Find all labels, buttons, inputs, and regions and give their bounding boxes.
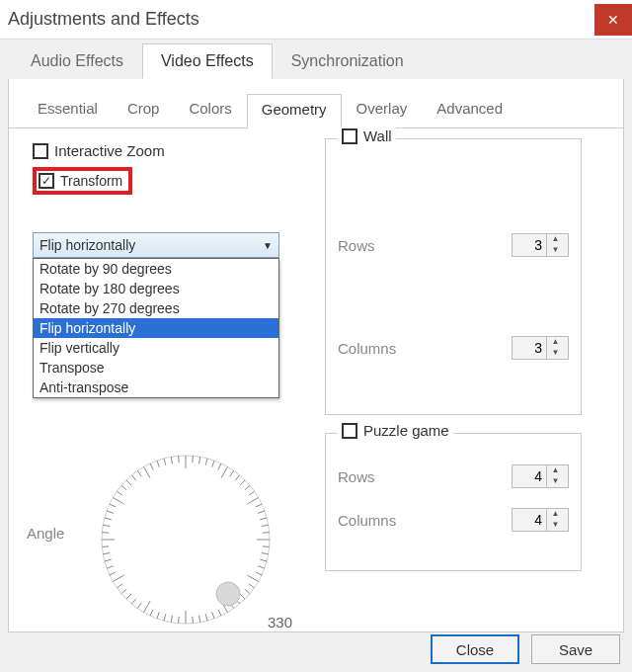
subtab-advanced[interactable]: Advanced	[422, 93, 517, 127]
svg-line-42	[150, 610, 153, 616]
svg-line-17	[262, 525, 269, 526]
tab-synchronization[interactable]: Synchronization	[273, 43, 423, 79]
svg-line-2	[193, 456, 194, 462]
up-arrow-icon[interactable]: ▲	[547, 337, 564, 348]
transform-option-rotate90[interactable]: Rotate by 90 degrees	[34, 259, 278, 279]
transform-option-fliph[interactable]: Flip horizontally	[34, 318, 278, 338]
svg-line-43	[144, 601, 151, 612]
svg-line-51	[107, 566, 114, 568]
wall-group: Wall Rows ▲▼ Columns ▲▼	[325, 138, 582, 415]
window-close-button[interactable]: ✕	[594, 4, 632, 36]
svg-line-10	[240, 480, 245, 485]
close-button[interactable]: Close	[431, 634, 519, 664]
wall-rows-label: Rows	[338, 237, 375, 254]
puzzle-cols-label: Columns	[338, 512, 396, 529]
wall-cols-spinner[interactable]: ▲▼	[512, 336, 569, 360]
svg-line-7	[221, 466, 228, 477]
down-arrow-icon[interactable]: ▼	[547, 520, 564, 531]
svg-line-47	[121, 589, 126, 593]
down-arrow-icon[interactable]: ▼	[547, 476, 564, 487]
transform-option-antitranspose[interactable]: Anti-transpose	[34, 378, 278, 397]
interactive-zoom-label: Interactive Zoom	[54, 142, 165, 159]
down-arrow-icon[interactable]: ▼	[547, 348, 564, 359]
svg-line-40	[164, 614, 166, 621]
wall-label: Wall	[363, 127, 392, 144]
svg-line-3	[199, 457, 200, 463]
svg-line-66	[137, 470, 141, 476]
transform-dropdown-list: Rotate by 90 degrees Rotate by 180 degre…	[33, 258, 279, 398]
svg-line-54	[102, 546, 109, 547]
svg-line-32	[218, 610, 221, 616]
wall-rows-input[interactable]	[513, 236, 546, 254]
up-arrow-icon[interactable]: ▲	[547, 465, 564, 476]
wall-rows-spinner[interactable]: ▲▼	[512, 233, 569, 257]
subtab-colors[interactable]: Colors	[174, 93, 246, 127]
transform-dropdown-button[interactable]: Flip horizontally ▼	[33, 232, 279, 258]
puzzle-group: Puzzle game Rows ▲▼ Columns ▲▼	[325, 433, 582, 571]
subtab-crop[interactable]: Crop	[113, 93, 175, 127]
svg-line-27	[245, 589, 250, 593]
angle-dial-handle[interactable]	[216, 582, 240, 606]
angle-label: Angle	[27, 525, 64, 542]
transform-checkbox[interactable]: ✓	[39, 173, 54, 189]
right-column: Wall Rows ▲▼ Columns ▲▼	[325, 138, 582, 589]
svg-line-52	[105, 559, 112, 561]
svg-line-25	[247, 575, 258, 582]
wall-cols-label: Columns	[338, 340, 396, 357]
svg-line-24	[256, 572, 262, 575]
down-arrow-icon[interactable]: ▼	[547, 245, 564, 256]
puzzle-label: Puzzle game	[363, 422, 449, 439]
svg-line-59	[107, 511, 114, 513]
svg-line-9	[235, 475, 239, 480]
angle-dial-area: Angle 330	[33, 436, 309, 653]
titlebar: Adjustments and Effects ✕	[0, 0, 632, 40]
svg-line-22	[260, 559, 267, 561]
wall-title-row: Wall	[338, 127, 396, 144]
save-button[interactable]: Save	[531, 634, 620, 664]
svg-line-33	[212, 612, 214, 619]
svg-line-20	[263, 546, 270, 547]
svg-line-48	[117, 584, 122, 588]
interactive-zoom-checkbox[interactable]	[33, 143, 48, 159]
svg-line-58	[105, 518, 112, 520]
svg-line-36	[193, 617, 194, 624]
svg-line-45	[131, 599, 135, 604]
transform-dropdown: Flip horizontally ▼ Rotate by 90 degrees…	[33, 232, 309, 258]
svg-line-50	[110, 572, 116, 575]
wall-rows-row: Rows ▲▼	[338, 233, 569, 257]
wall-checkbox[interactable]	[342, 128, 357, 144]
transform-option-rotate180[interactable]: Rotate by 180 degrees	[34, 279, 278, 298]
svg-line-23	[258, 566, 265, 568]
puzzle-rows-input[interactable]	[513, 467, 546, 485]
wall-cols-input[interactable]	[513, 339, 546, 357]
svg-line-5	[212, 461, 214, 467]
svg-line-8	[230, 470, 234, 476]
tab-video-effects[interactable]: Video Effects	[142, 43, 273, 79]
transform-option-rotate270[interactable]: Rotate by 270 degrees	[34, 298, 278, 318]
puzzle-checkbox[interactable]	[342, 423, 357, 439]
subtab-overlay[interactable]: Overlay	[342, 93, 423, 127]
up-arrow-icon[interactable]: ▲	[547, 509, 564, 520]
main-tabstrip: Audio Effects Video Effects Synchronizat…	[0, 40, 632, 79]
up-arrow-icon[interactable]: ▲	[547, 234, 564, 245]
svg-line-28	[240, 594, 245, 599]
tab-audio-effects[interactable]: Audio Effects	[12, 43, 142, 79]
svg-line-64	[126, 480, 131, 485]
subtab-geometry[interactable]: Geometry	[247, 94, 342, 128]
transform-dropdown-value: Flip horizontally	[40, 237, 135, 253]
puzzle-cols-row: Columns ▲▼	[338, 508, 569, 532]
svg-line-14	[256, 504, 262, 507]
puzzle-rows-spinner[interactable]: ▲▼	[512, 464, 569, 488]
transform-option-transpose[interactable]: Transpose	[34, 358, 278, 378]
angle-dial[interactable]	[82, 436, 289, 643]
puzzle-cols-spinner[interactable]: ▲▼	[512, 508, 569, 532]
subtab-essential[interactable]: Essential	[23, 93, 113, 127]
svg-line-16	[260, 518, 267, 520]
svg-line-46	[126, 594, 131, 599]
chevron-down-icon: ▼	[263, 240, 273, 251]
geometry-panel: Interactive Zoom ✓ Transform Flip horizo…	[9, 128, 623, 631]
transform-option-flipv[interactable]: Flip vertically	[34, 338, 278, 358]
svg-line-69	[157, 461, 159, 467]
interactive-zoom-row: Interactive Zoom	[33, 142, 309, 159]
puzzle-cols-input[interactable]	[513, 511, 546, 529]
